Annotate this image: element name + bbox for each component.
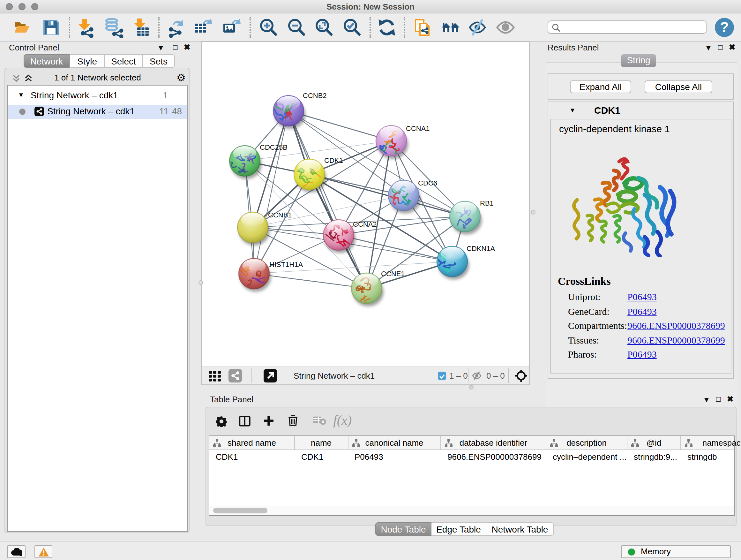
svg-text:CCNE1: CCNE1	[381, 270, 405, 278]
svg-text:CDC6: CDC6	[418, 179, 437, 187]
svg-text:CDKN1A: CDKN1A	[467, 245, 495, 253]
svg-text:CCNA1: CCNA1	[406, 125, 430, 132]
svg-text:HIST1H1A: HIST1H1A	[269, 260, 303, 268]
svg-text:CDK1: CDK1	[324, 157, 343, 165]
svg-text:CCNB1: CCNB1	[268, 211, 292, 219]
svg-text:RB1: RB1	[480, 199, 494, 207]
svg-text:CCNA2: CCNA2	[353, 220, 377, 228]
svg-text:CCNB2: CCNB2	[303, 91, 327, 100]
svg-text:CDC25B: CDC25B	[260, 143, 287, 151]
